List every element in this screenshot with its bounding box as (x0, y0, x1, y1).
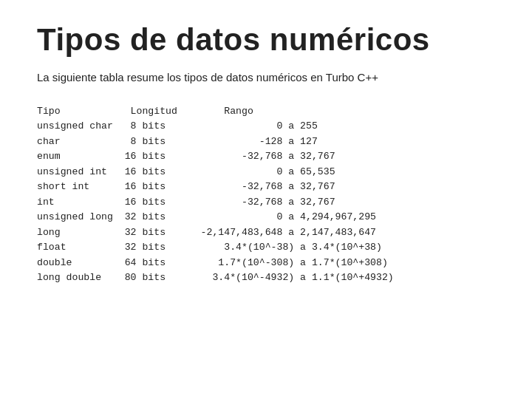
data-table: Tipo Longitud Rango unsigned char 8 bits… (37, 104, 495, 285)
page-title: Tipos de datos numéricos (37, 22, 495, 58)
page-subtitle: La siguiente tabla resume los tipos de d… (37, 71, 495, 83)
page-container: Tipos de datos numéricos La siguiente ta… (0, 0, 532, 399)
